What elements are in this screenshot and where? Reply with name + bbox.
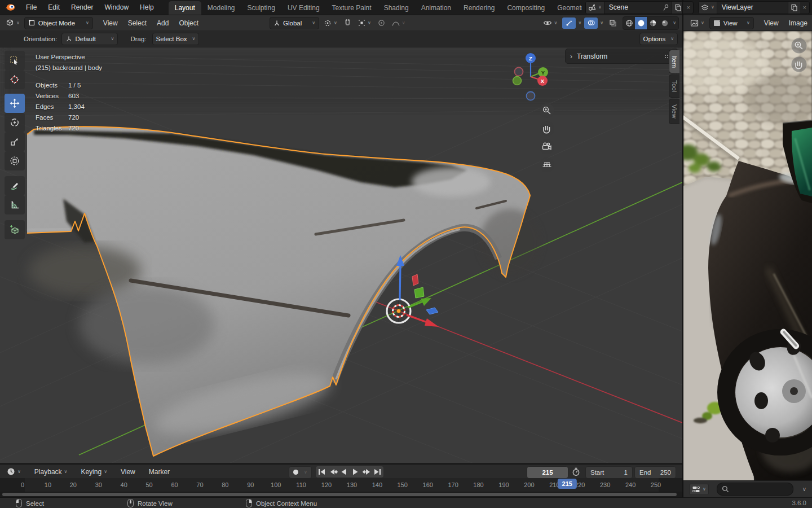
workspace-tab[interactable]: Animation <box>415 1 457 15</box>
viewlayer-selector[interactable]: ∨ ViewLayer × <box>698 1 810 14</box>
image-editor-canvas[interactable] <box>683 31 812 480</box>
proportional-editing-toggle[interactable] <box>376 18 387 28</box>
next-keyframe-button[interactable] <box>363 469 370 475</box>
viewport-menu[interactable]: Select <box>123 19 151 27</box>
proportional-falloff-button[interactable]: ∨ <box>390 19 408 28</box>
image-pan-button[interactable] <box>792 57 807 72</box>
pan-hand-button[interactable] <box>540 121 554 136</box>
tool-move[interactable] <box>5 94 25 113</box>
drag-dropdown[interactable]: Select Box ∨ <box>152 33 200 45</box>
options-dropdown[interactable]: Options ∨ <box>639 33 678 45</box>
editor-divider[interactable] <box>682 0 683 508</box>
snap-toggle[interactable] <box>342 18 354 28</box>
sidebar-tab[interactable]: Tool <box>669 75 679 98</box>
jump-to-end-button[interactable] <box>374 469 381 475</box>
sidebar-tab[interactable]: View <box>669 99 679 124</box>
chevron-down-icon[interactable]: ∨ <box>802 487 806 492</box>
tool-select-box[interactable] <box>5 51 25 70</box>
tool-rotate[interactable] <box>5 113 25 132</box>
workspace-tab[interactable]: Shading <box>378 1 415 15</box>
tool-transform[interactable] <box>5 151 25 170</box>
axis-minus-z-handle[interactable] <box>527 92 535 100</box>
image-zoom-button[interactable] <box>792 38 807 54</box>
remove-viewlayer-button[interactable]: × <box>800 4 809 11</box>
pivot-point-button[interactable]: ∨ <box>321 18 339 28</box>
workspace-tab[interactable]: UV Editing <box>281 1 326 15</box>
timeline-view-menu[interactable]: View <box>115 468 141 476</box>
workspace-tab[interactable]: Rendering <box>457 1 501 15</box>
shading-solid-button[interactable] <box>635 17 647 29</box>
shading-material-button[interactable] <box>647 17 659 29</box>
zoom-button[interactable] <box>540 103 554 118</box>
prev-keyframe-button[interactable] <box>330 469 338 475</box>
stopwatch-icon[interactable] <box>572 467 580 476</box>
current-frame-badge[interactable]: 215 <box>558 479 577 489</box>
topbar-menu[interactable]: File <box>20 3 42 11</box>
image-editor-type-button[interactable]: ∨ <box>688 18 707 28</box>
viewport-canvas[interactable]: Z Y X <box>0 47 682 463</box>
mode-dropdown[interactable]: Object Mode ∨ <box>24 17 93 29</box>
chevron-down-icon[interactable]: ∨ <box>673 21 676 25</box>
viewport-menu[interactable]: Add <box>152 19 173 27</box>
show-overlays-toggle[interactable] <box>584 17 598 29</box>
topbar-menu[interactable]: Edit <box>42 3 65 11</box>
axis-minus-y-handle[interactable] <box>513 77 522 85</box>
play-reverse-button[interactable] <box>342 468 347 475</box>
scene-browse-button[interactable]: ∨ <box>586 2 604 14</box>
viewport-menu[interactable]: Object <box>174 19 203 27</box>
viewlayer-browse-button[interactable]: ∨ <box>699 2 717 14</box>
image-editor-menu[interactable]: View <box>760 19 783 27</box>
unlink-scene-button[interactable]: × <box>684 4 693 11</box>
orientation-dropdown[interactable]: Global ∨ <box>270 17 319 29</box>
scene-selector[interactable]: ∨ Scene × <box>585 1 694 14</box>
viewport-menu[interactable]: View <box>99 19 122 27</box>
jump-to-start-button[interactable] <box>319 469 325 475</box>
image-editor-menu[interactable]: Image <box>784 19 812 27</box>
axis-minus-x-handle[interactable] <box>515 68 523 76</box>
editor-type-button[interactable]: ∨ <box>3 17 22 28</box>
chevron-down-icon[interactable]: ∨ <box>600 21 603 25</box>
frame-end-field[interactable]: End 250 <box>634 466 676 479</box>
perspective-toggle-button[interactable] <box>540 157 554 172</box>
show-gizmo-toggle[interactable] <box>562 17 576 29</box>
timeline-editor-type-button[interactable]: ∨ <box>5 466 23 477</box>
timeline-marker-menu[interactable]: Marker <box>143 468 175 476</box>
snap-target-button[interactable]: ∨ <box>356 18 373 28</box>
workspace-tab[interactable]: Layout <box>169 1 201 15</box>
chevron-down-icon[interactable]: ∨ <box>578 21 581 25</box>
panel-expand-icon[interactable]: › <box>570 52 572 60</box>
pin-icon[interactable] <box>660 4 672 11</box>
workspace-tab[interactable]: Sculpting <box>241 1 281 15</box>
shading-wireframe-button[interactable] <box>623 17 635 29</box>
visibility-button[interactable]: ∨ <box>541 18 560 28</box>
topbar-menu[interactable]: Help <box>134 3 160 11</box>
keying-menu[interactable]: Keying∨ <box>75 468 113 476</box>
gizmo-plane-yz[interactable] <box>412 274 418 286</box>
viewport-3d[interactable]: Z Y X <box>0 47 682 463</box>
tool-cursor[interactable] <box>5 70 25 89</box>
sidebar-tab[interactable]: Item <box>669 50 679 73</box>
camera-view-button[interactable] <box>540 139 554 154</box>
workspace-tab[interactable]: Modeling <box>201 1 241 15</box>
image-mode-dropdown[interactable]: View ∨ <box>709 17 754 29</box>
transform-panel-header[interactable]: › Transform <box>565 49 678 64</box>
tool-measure[interactable] <box>5 195 25 214</box>
workspace-tab[interactable]: Compositing <box>501 1 551 15</box>
xray-toggle[interactable] <box>606 17 620 29</box>
gizmo-z-arrow[interactable] <box>400 265 400 300</box>
auto-keying-toggle[interactable]: ∨ <box>289 466 312 479</box>
timeline-ruler[interactable]: 0102030405060708090100110120130140150160… <box>0 478 682 492</box>
timeline-scrollbar[interactable] <box>0 492 682 497</box>
tool-annotate[interactable] <box>5 176 25 195</box>
scrollbar-thumb[interactable] <box>2 493 677 496</box>
topbar-menu[interactable]: Window <box>99 3 134 11</box>
search-input[interactable] <box>717 483 793 496</box>
frame-start-field[interactable]: Start 1 <box>585 466 633 479</box>
workspace-tab[interactable]: Texture Paint <box>326 1 378 15</box>
shading-rendered-button[interactable] <box>659 17 670 29</box>
playback-menu[interactable]: Playback∨ <box>29 468 73 476</box>
gizmo-plane-xz[interactable] <box>414 287 424 298</box>
topbar-menu[interactable]: Render <box>65 3 99 11</box>
new-viewlayer-button[interactable] <box>788 2 800 14</box>
tool-add-cube[interactable] <box>5 220 25 239</box>
